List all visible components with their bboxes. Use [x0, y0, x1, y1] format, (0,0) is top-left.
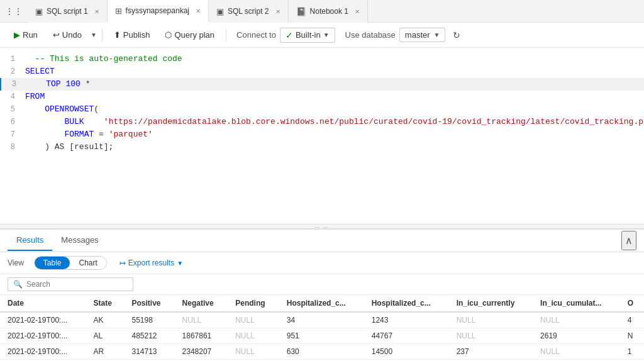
table-cell: NULL	[449, 312, 533, 328]
tab-close-sql1[interactable]: ✕	[94, 8, 99, 15]
collapse-button[interactable]: ∧	[621, 231, 636, 250]
code-editor[interactable]: 1 -- This is auto-generated code2SELECT3…	[0, 48, 644, 224]
tab-bar: ⋮⋮ ▣SQL script 1✕⊞fsyssynapsepankaj✕▣SQL…	[0, 0, 644, 23]
tab-label-fsys: fsyssynapsepankaj	[126, 6, 189, 15]
line-number-6: 6	[0, 116, 25, 128]
view-toggle: Table Chart	[34, 256, 107, 270]
line-number-7: 7	[0, 128, 25, 140]
tab-close-nb1[interactable]: ✕	[355, 8, 360, 15]
line-number-2: 2	[0, 65, 25, 77]
table-cell: 485212	[125, 328, 175, 344]
results-tab-messages[interactable]: Messages	[52, 230, 107, 251]
col-header-negative: Negative	[175, 295, 228, 312]
sidebar-toggle[interactable]: ⋮⋮	[0, 6, 28, 16]
col-header-positive: Positive	[125, 295, 175, 312]
col-header-hospitalized-c---: Hospitalized_c...	[364, 295, 449, 312]
line-content-3: TOP 100 *	[26, 78, 644, 91]
table-cell: NULL	[175, 312, 228, 328]
table-cell: 1	[620, 344, 644, 360]
connect-chevron-icon: ▼	[323, 31, 330, 38]
col-header-in-icu-cumulat---: In_icu_cumulat...	[533, 295, 620, 312]
table-cell: 314713	[125, 344, 175, 360]
export-icon: ↦	[119, 258, 126, 267]
code-line-3: 3 TOP 100 *	[0, 78, 644, 91]
refresh-icon: ↻	[453, 30, 460, 40]
connect-dropdown[interactable]: ✓ Built-in ▼	[280, 28, 335, 43]
table-row: 2021-02-19T00:...AK55198NULLNULL341243NU…	[0, 312, 644, 328]
tab-sql2[interactable]: ▣SQL script 2✕	[209, 0, 289, 23]
col-header-hospitalized-c---: Hospitalized_c...	[279, 295, 364, 312]
undo-icon: ↩	[53, 30, 60, 40]
view-label: View	[8, 258, 24, 267]
table-cell: NULL	[533, 312, 620, 328]
table-row: 2021-02-19T00:...AR3147132348207NULL6301…	[0, 344, 644, 360]
tab-icon-fsys: ⊞	[115, 6, 122, 16]
separator-2	[226, 29, 226, 42]
export-button[interactable]: ↦ Export results ▼	[119, 258, 183, 267]
table-cell: AK	[86, 312, 125, 328]
table-cell: NULL	[228, 328, 279, 344]
table-cell: 237	[449, 344, 533, 360]
toolbar: ▶ Run ↩ Undo ▼ ⬆ Publish ⬡ Query plan Co…	[0, 23, 644, 48]
col-header-in-icu-currently: In_icu_currently	[449, 295, 533, 312]
tab-label-sql1: SQL script 1	[47, 7, 88, 16]
table-cell: NULL	[228, 344, 279, 360]
line-number-1: 1	[0, 53, 25, 65]
table-view-button[interactable]: Table	[35, 257, 70, 269]
code-line-5: 5 OPENROWSET(	[0, 103, 644, 116]
line-number-5: 5	[0, 103, 25, 115]
line-content-5: OPENROWSET(	[25, 103, 644, 116]
resize-handle[interactable]: — —	[0, 224, 644, 229]
separator-1	[102, 29, 103, 42]
table-cell: NULL	[533, 344, 620, 360]
export-chevron-icon: ▼	[177, 260, 183, 267]
table-cell: NULL	[449, 328, 533, 344]
line-number-3: 3	[1, 78, 26, 90]
line-content-4: FROM	[25, 91, 644, 103]
line-number-8: 8	[0, 141, 25, 153]
undo-dropdown-icon[interactable]: ▼	[91, 31, 97, 38]
refresh-button[interactable]: ↻	[450, 28, 463, 43]
check-icon: ✓	[286, 30, 293, 40]
chevron-up-icon: ∧	[625, 235, 633, 246]
tab-sql1[interactable]: ▣SQL script 1✕	[28, 0, 108, 23]
table-cell: 44767	[364, 328, 449, 344]
tab-icon-sql2: ▣	[216, 7, 224, 16]
table-cell: 55198	[125, 312, 175, 328]
line-content-2: SELECT	[25, 65, 644, 78]
code-line-1: 1 -- This is auto-generated code	[0, 53, 644, 65]
line-content-1: -- This is auto-generated code	[25, 53, 644, 65]
publish-icon: ⬆	[114, 30, 121, 40]
query-plan-button[interactable]: ⬡ Query plan	[158, 28, 221, 42]
undo-button[interactable]: ↩ Undo	[47, 28, 88, 42]
code-line-2: 2SELECT	[0, 65, 644, 78]
database-dropdown[interactable]: master ▼	[399, 28, 446, 42]
run-icon: ▶	[14, 30, 20, 40]
tab-label-sql2: SQL script 2	[228, 7, 269, 16]
line-content-8: ) AS [result];	[25, 141, 644, 153]
results-tab-results[interactable]: Results	[8, 230, 52, 251]
tab-fsys[interactable]: ⊞fsyssynapsepankaj✕	[108, 0, 209, 23]
query-plan-icon: ⬡	[165, 30, 172, 40]
tab-nb1[interactable]: 📓Notebook 1✕	[289, 0, 368, 23]
table-cell: 630	[279, 344, 364, 360]
table-cell: 951	[279, 328, 364, 344]
search-input[interactable]	[26, 280, 127, 289]
search-icon: 🔍	[13, 280, 23, 289]
run-button[interactable]: ▶ Run	[8, 28, 44, 42]
table-cell: N	[620, 328, 644, 344]
search-bar: 🔍	[0, 274, 644, 295]
col-header-pending: Pending	[228, 295, 279, 312]
tab-close-fsys[interactable]: ✕	[196, 8, 201, 14]
chart-view-button[interactable]: Chart	[70, 257, 106, 269]
table-cell: 14500	[364, 344, 449, 360]
publish-button[interactable]: ⬆ Publish	[108, 28, 157, 42]
table-cell: 1243	[364, 312, 449, 328]
code-line-6: 6 BULK 'https://pandemicdatalake.blob.co…	[0, 116, 644, 128]
database-section: Use database master ▼	[345, 28, 446, 42]
table-cell: NULL	[228, 312, 279, 328]
connect-section: Connect to ✓ Built-in ▼	[236, 28, 335, 43]
line-content-7: FORMAT = 'parquet'	[25, 128, 644, 141]
tab-close-sql2[interactable]: ✕	[275, 8, 280, 15]
col-header-date: Date	[0, 295, 86, 312]
